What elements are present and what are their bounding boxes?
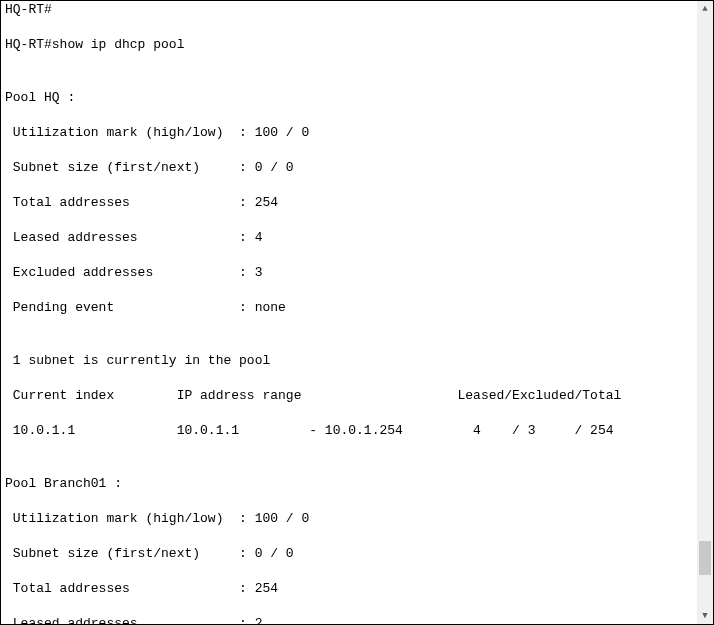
vertical-scrollbar[interactable]: ▲ ▼ (697, 1, 713, 624)
prompt-previous: HQ-RT# (5, 1, 693, 19)
pool-header: Pool HQ : (5, 89, 693, 107)
scroll-up-button[interactable]: ▲ (697, 1, 713, 17)
stat-subnet-size: Subnet size (first/next) : 0 / 0 (5, 545, 693, 563)
stat-utilization: Utilization mark (high/low) : 100 / 0 (5, 510, 693, 528)
subnet-table-header: Current index IP address range Leased/Ex… (5, 387, 693, 405)
stat-subnet-size: Subnet size (first/next) : 0 / 0 (5, 159, 693, 177)
stat-excluded-addresses: Excluded addresses : 3 (5, 264, 693, 282)
terminal-window: HQ-RT# HQ-RT#show ip dhcp pool Pool HQ :… (0, 0, 714, 625)
subnet-table-row: 10.0.1.1 10.0.1.1 - 10.0.1.254 4 / 3 / 2… (5, 422, 693, 440)
terminal-output[interactable]: HQ-RT# HQ-RT#show ip dhcp pool Pool HQ :… (1, 1, 697, 624)
pool-header: Pool Branch01 : (5, 475, 693, 493)
scroll-down-button[interactable]: ▼ (697, 608, 713, 624)
stat-total-addresses: Total addresses : 254 (5, 194, 693, 212)
command-line: HQ-RT#show ip dhcp pool (5, 36, 693, 54)
stat-leased-addresses: Leased addresses : 4 (5, 229, 693, 247)
subnet-count-line: 1 subnet is currently in the pool (5, 352, 693, 370)
scrollbar-thumb[interactable] (699, 541, 711, 575)
stat-utilization: Utilization mark (high/low) : 100 / 0 (5, 124, 693, 142)
stat-total-addresses: Total addresses : 254 (5, 580, 693, 598)
stat-pending-event: Pending event : none (5, 299, 693, 317)
stat-leased-addresses: Leased addresses : 2 (5, 615, 693, 624)
